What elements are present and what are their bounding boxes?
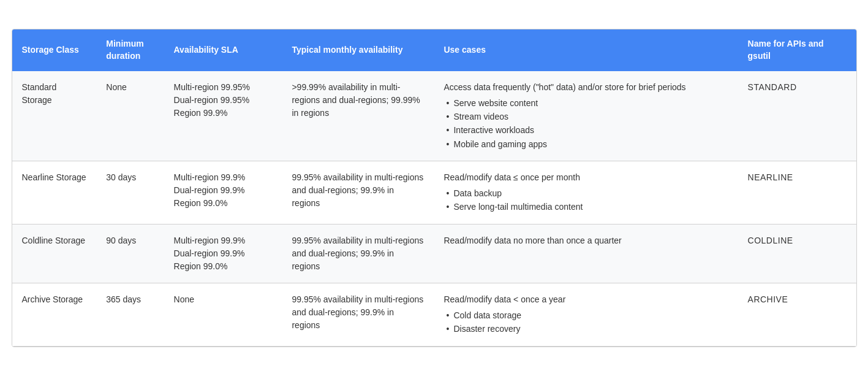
header-availability: Typical monthly availability — [282, 29, 434, 71]
cell-storage-class: Nearline Storage — [12, 161, 97, 224]
list-item: Stream videos — [443, 110, 728, 123]
cell-availability: 99.95% availability in multi-regions and… — [282, 224, 434, 283]
cell-use-cases: Read/modify data no more than once a qua… — [434, 224, 738, 283]
cell-api-name: COLDLINE — [738, 224, 856, 283]
cell-availability: >99.99% availability in multi-regions an… — [282, 71, 434, 161]
cell-availability: 99.95% availability in multi-regions and… — [282, 161, 434, 224]
cell-min-duration: 365 days — [96, 283, 164, 346]
cell-use-cases: Read/modify data ≤ once per monthData ba… — [434, 161, 738, 224]
list-item: Interactive workloads — [443, 123, 728, 137]
list-item: Serve long-tail multimedia content — [443, 200, 728, 213]
use-cases-list: Data backupServe long-tail multimedia co… — [443, 186, 728, 214]
table-row: Nearline Storage30 daysMulti-region 99.9… — [12, 161, 856, 224]
cell-storage-class: Standard Storage — [12, 71, 97, 161]
use-cases-list: Cold data storageDisaster recovery — [443, 309, 728, 336]
list-item: Cold data storage — [443, 309, 728, 322]
table-row: Standard StorageNoneMulti-region 99.95% … — [12, 71, 856, 161]
table-row: Coldline Storage90 daysMulti-region 99.9… — [12, 224, 856, 283]
cell-min-duration: None — [96, 71, 164, 161]
list-item: Serve website content — [443, 96, 728, 110]
cell-storage-class: Coldline Storage — [12, 224, 97, 283]
header-api-name: Name for APIs and gsutil — [738, 29, 856, 71]
list-item: Disaster recovery — [443, 322, 728, 336]
cell-min-duration: 30 days — [96, 161, 164, 224]
header-sla: Availability SLA — [164, 29, 282, 71]
cell-use-cases: Read/modify data < once a yearCold data … — [434, 283, 738, 346]
cell-api-name: ARCHIVE — [738, 283, 856, 346]
cell-api-name: NEARLINE — [738, 161, 856, 224]
header-min-duration: Minimum duration — [96, 29, 164, 71]
table-row: Archive Storage365 daysNone99.95% availa… — [12, 283, 856, 346]
storage-class-table: Storage ClassMinimum durationAvailabilit… — [12, 29, 857, 347]
header-use-cases: Use cases — [434, 29, 738, 71]
cell-sla: Multi-region 99.95% Dual-region 99.95% R… — [164, 71, 282, 161]
use-cases-list: Serve website contentStream videosIntera… — [443, 96, 728, 152]
use-cases-intro: Read/modify data < once a year — [443, 293, 728, 306]
table-header-row: Storage ClassMinimum durationAvailabilit… — [12, 29, 856, 71]
cell-sla: Multi-region 99.9% Dual-region 99.9% Reg… — [164, 224, 282, 283]
cell-availability: 99.95% availability in multi-regions and… — [282, 283, 434, 346]
cell-sla: None — [164, 283, 282, 346]
use-cases-intro: Read/modify data ≤ once per month — [443, 171, 728, 184]
cell-use-cases: Access data frequently ("hot" data) and/… — [434, 71, 738, 161]
use-cases-intro: Read/modify data no more than once a qua… — [443, 234, 728, 247]
cell-storage-class: Archive Storage — [12, 283, 97, 346]
cell-sla: Multi-region 99.9% Dual-region 99.9% Reg… — [164, 161, 282, 224]
list-item: Data backup — [443, 186, 728, 200]
cell-api-name: STANDARD — [738, 71, 856, 161]
use-cases-intro: Access data frequently ("hot" data) and/… — [443, 81, 728, 94]
list-item: Mobile and gaming apps — [443, 137, 728, 151]
cell-min-duration: 90 days — [96, 224, 164, 283]
header-storage-class: Storage Class — [12, 29, 97, 71]
